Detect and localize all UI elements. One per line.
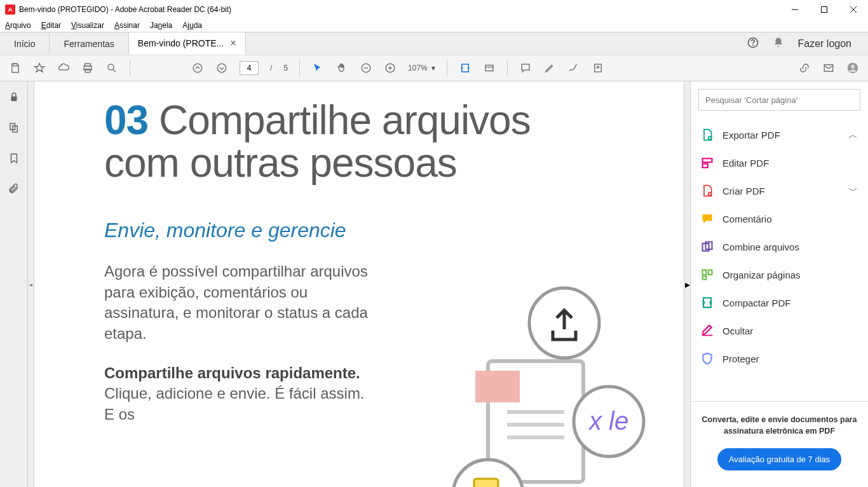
content-area: ◂ 03 Compartilhe arquivos com outras pes… — [0, 81, 868, 487]
svg-rect-1 — [822, 7, 827, 13]
page-down-icon[interactable] — [215, 62, 228, 74]
fit-width-icon[interactable] — [459, 62, 471, 74]
tab-document[interactable]: Bem-vindo (PROTE... × — [129, 32, 246, 55]
window-title: Bem-vindo (PROTEGIDO) - Adobe Acrobat Re… — [19, 5, 231, 14]
profile-icon[interactable] — [846, 62, 859, 74]
svg-rect-42 — [703, 158, 712, 162]
tab-document-label: Bem-vindo (PROTE... — [138, 38, 224, 48]
tool-protect[interactable]: Proteger — [695, 345, 864, 373]
menu-view[interactable]: Visualizar — [71, 21, 104, 30]
tool-organize[interactable]: Organizar páginas — [695, 261, 864, 289]
svg-point-26 — [851, 65, 855, 69]
print-icon[interactable] — [81, 62, 94, 74]
page-up-icon[interactable] — [191, 62, 204, 74]
left-panel-toggle[interactable]: ◂ — [28, 81, 34, 487]
maximize-button[interactable] — [810, 0, 839, 19]
save-icon[interactable] — [9, 62, 22, 74]
create-pdf-icon — [701, 184, 714, 197]
cloud-icon[interactable] — [57, 62, 70, 74]
search-tools-input[interactable]: Pesquisar 'Cortar página' — [698, 89, 860, 111]
tool-label: Combine arquivos — [722, 242, 799, 252]
tool-list: Exportar PDF ︿ Editar PDF Criar PDF ﹀ Co… — [691, 118, 868, 401]
svg-rect-43 — [703, 164, 708, 168]
page-separator: / — [270, 64, 272, 72]
chevron-up-icon: ︿ — [848, 129, 858, 141]
highlight-tool-icon[interactable] — [543, 62, 556, 74]
svg-rect-39 — [474, 479, 498, 487]
svg-point-12 — [193, 64, 202, 72]
tab-home[interactable]: Início — [0, 32, 50, 55]
minimize-button[interactable] — [780, 0, 810, 19]
menu-window[interactable]: Janela — [150, 21, 172, 30]
tool-label: Criar PDF — [722, 186, 765, 196]
redact-icon — [701, 324, 714, 337]
star-icon[interactable] — [33, 62, 46, 74]
sign-tool-icon[interactable] — [567, 62, 580, 74]
close-button[interactable] — [839, 0, 868, 19]
stamp-tool-icon[interactable] — [592, 62, 604, 74]
export-pdf-icon — [701, 128, 714, 141]
find-icon[interactable] — [105, 62, 118, 74]
help-icon[interactable] — [747, 37, 759, 51]
attachments-icon[interactable] — [8, 183, 20, 197]
combine-icon — [701, 240, 714, 253]
doc-heading-text: Compartilhe arquivos com outras pessoas — [104, 97, 531, 186]
bookmarks-icon[interactable] — [8, 153, 20, 167]
svg-rect-47 — [703, 270, 707, 275]
compress-icon — [701, 296, 714, 309]
protect-icon — [701, 352, 714, 365]
thumbnails-icon[interactable] — [8, 122, 20, 136]
tool-label: Proteger — [722, 353, 759, 364]
doc-heading: 03 Compartilhe arquivos com outras pesso… — [104, 99, 614, 184]
select-tool-icon[interactable] — [311, 62, 324, 74]
tool-combine[interactable]: Combine arquivos — [695, 233, 864, 261]
svg-point-13 — [217, 64, 226, 72]
free-trial-button[interactable]: Avaliação gratuita de 7 dias — [717, 448, 841, 470]
svg-rect-6 — [13, 64, 17, 66]
document-view[interactable]: 03 Compartilhe arquivos com outras pesso… — [34, 81, 684, 487]
edit-pdf-icon — [701, 156, 714, 169]
lock-icon[interactable] — [8, 92, 20, 106]
tool-comment[interactable]: Comentário — [695, 205, 864, 233]
read-mode-icon[interactable] — [483, 62, 496, 74]
zoom-out-icon[interactable] — [360, 62, 372, 74]
tool-compress[interactable]: Compactar PDF — [695, 289, 864, 317]
notifications-icon[interactable] — [773, 37, 784, 51]
page-total: 5 — [283, 64, 288, 72]
tool-edit-pdf[interactable]: Editar PDF — [695, 149, 864, 177]
zoom-in-icon[interactable] — [384, 62, 397, 74]
tab-tools[interactable]: Ferramentas — [50, 32, 128, 55]
promo-panel: Converta, edite e envie documentos para … — [691, 401, 868, 487]
menu-bar: Arquivo Editar Visualizar Assinar Janela… — [0, 19, 868, 32]
sign-in-button[interactable]: Fazer logon — [798, 38, 852, 50]
share-link-icon[interactable] — [798, 62, 811, 74]
tab-close-icon[interactable]: × — [230, 38, 236, 49]
tool-export-pdf[interactable]: Exportar PDF ︿ — [695, 121, 864, 149]
page-number-input[interactable] — [240, 61, 259, 75]
hand-tool-icon[interactable] — [336, 62, 348, 74]
tool-label: Exportar PDF — [722, 130, 780, 141]
zoom-dropdown[interactable]: 107%▾ — [408, 64, 435, 72]
menu-file[interactable]: Arquivo — [5, 21, 31, 30]
tool-create-pdf[interactable]: Criar PDF ﹀ — [695, 177, 864, 205]
tool-label: Editar PDF — [722, 158, 769, 168]
doc-paragraph-1: Agora é possível compartilhar arquivos p… — [104, 261, 377, 344]
menu-help[interactable]: Ajuda — [182, 21, 202, 30]
doc-para2-bold: Compartilhe arquivos rapidamente. — [104, 364, 360, 381]
right-tools-pane: Pesquisar 'Cortar página' Exportar PDF ︿… — [690, 81, 868, 487]
svg-point-10 — [108, 64, 114, 70]
right-panel-toggle[interactable]: ▸ — [684, 81, 690, 487]
svg-rect-19 — [461, 64, 468, 72]
svg-point-23 — [597, 66, 599, 68]
menu-sign[interactable]: Assinar — [114, 21, 140, 30]
tool-redact[interactable]: Ocultar — [695, 317, 864, 345]
svg-rect-49 — [703, 277, 707, 280]
email-icon[interactable] — [822, 62, 835, 74]
svg-rect-31 — [475, 371, 520, 402]
comment-tool-icon[interactable] — [519, 62, 532, 74]
title-bar: A Bem-vindo (PROTEGIDO) - Adobe Acrobat … — [0, 0, 868, 19]
app-icon: A — [5, 4, 15, 15]
toolbar: / 5 107%▾ — [0, 55, 868, 81]
tool-label: Compactar PDF — [722, 298, 791, 308]
menu-edit[interactable]: Editar — [41, 21, 61, 30]
